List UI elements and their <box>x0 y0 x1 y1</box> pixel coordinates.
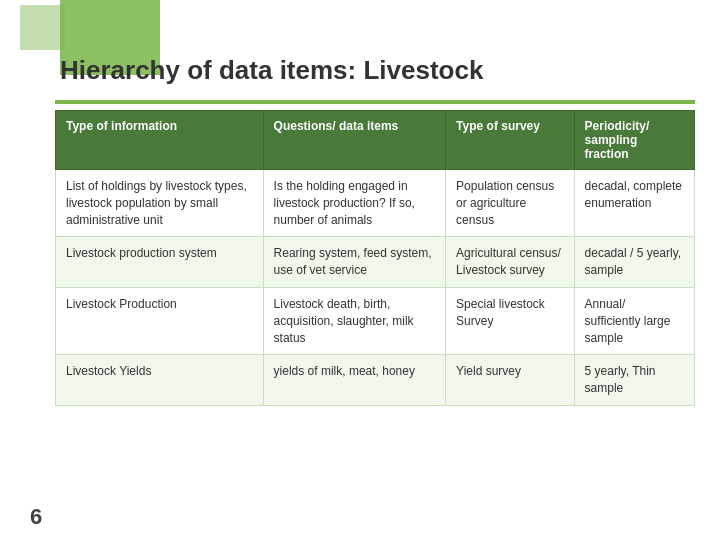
cell-1-2: Is the holding engaged in livestock prod… <box>263 170 446 237</box>
data-table: Type of information Questions/ data item… <box>55 110 695 406</box>
deco-square-small <box>20 5 65 50</box>
cell-3-3: Special livestock Survey <box>446 287 574 354</box>
cell-1-1: List of holdings by livestock types, liv… <box>56 170 264 237</box>
table-row: Livestock production systemRearing syste… <box>56 237 695 288</box>
cell-2-4: decadal / 5 yearly, sample <box>574 237 694 288</box>
table-row: Livestock ProductionLivestock death, bir… <box>56 287 695 354</box>
cell-4-3: Yield survey <box>446 355 574 406</box>
cell-2-2: Rearing system, feed system, use of vet … <box>263 237 446 288</box>
cell-2-1: Livestock production system <box>56 237 264 288</box>
table-row: List of holdings by livestock types, liv… <box>56 170 695 237</box>
col-header-2: Questions/ data items <box>263 111 446 170</box>
table-row: Livestock Yieldsyields of milk, meat, ho… <box>56 355 695 406</box>
table-header-row: Type of information Questions/ data item… <box>56 111 695 170</box>
cell-2-3: Agricultural census/ Livestock survey <box>446 237 574 288</box>
page-title: Hierarchy of data items: Livestock <box>60 55 690 86</box>
col-header-1: Type of information <box>56 111 264 170</box>
cell-3-1: Livestock Production <box>56 287 264 354</box>
accent-bar <box>55 100 695 104</box>
cell-3-4: Annual/ sufficiently large sample <box>574 287 694 354</box>
cell-1-3: Population census or agriculture census <box>446 170 574 237</box>
table-container: Type of information Questions/ data item… <box>55 110 695 510</box>
col-header-3: Type of survey <box>446 111 574 170</box>
cell-3-2: Livestock death, birth, acquisition, sla… <box>263 287 446 354</box>
slide: Hierarchy of data items: Livestock Type … <box>0 0 720 540</box>
cell-4-1: Livestock Yields <box>56 355 264 406</box>
cell-4-2: yields of milk, meat, honey <box>263 355 446 406</box>
col-header-4: Periodicity/ sampling fraction <box>574 111 694 170</box>
cell-4-4: 5 yearly, Thin sample <box>574 355 694 406</box>
slide-number: 6 <box>30 504 42 530</box>
cell-1-4: decadal, complete enumeration <box>574 170 694 237</box>
